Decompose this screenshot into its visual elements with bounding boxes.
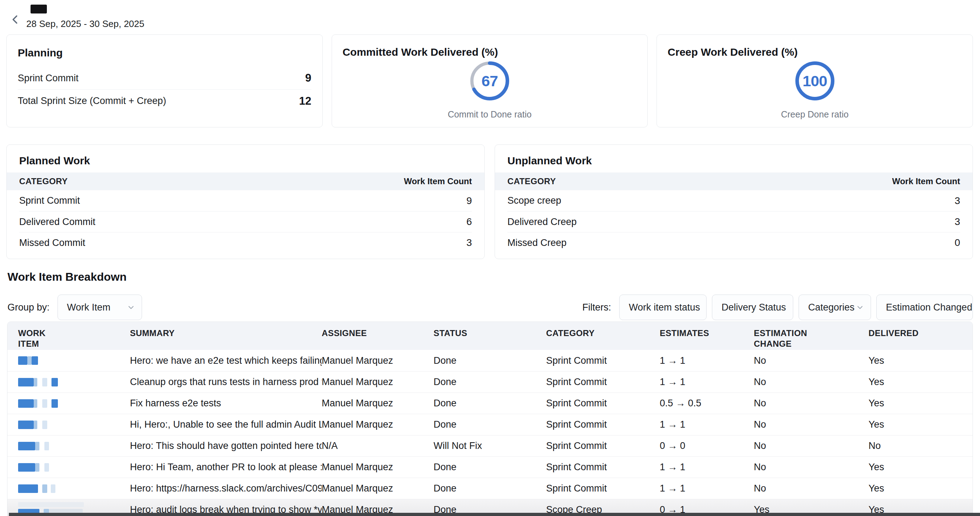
filter-select-value: Categories [808,302,855,313]
planning-row: Total Sprint Size (Commit + Creep)12 [18,89,312,112]
cell-summary: Cleanup orgs that runs tests in harness … [130,376,322,387]
workitem-id-block [18,356,27,365]
list-row-count: 3 [955,195,960,206]
cell-delivered: Yes [869,419,963,430]
filter-select-value: Work item status [629,302,700,313]
list-card-header: CATEGORYWork Item Count [7,173,484,190]
table-row: Hero: This should have gotten pointed he… [8,435,972,456]
workitem-id-redacted [18,378,130,386]
workitem-cell[interactable] [18,399,130,408]
date-range: 28 Sep, 2025 - 30 Sep, 2025 [26,19,145,29]
planning-row-label: Total Sprint Size (Commit + Creep) [18,95,166,106]
workitem-id-block [18,378,34,386]
workitem-id-block [18,463,35,472]
planning-card: Planning Sprint Commit9Total Sprint Size… [6,35,323,127]
cell-category: Sprint Commit [546,440,660,451]
table-row: Cleanup orgs that runs tests in harness … [8,371,972,392]
cell-assignee: Manuel Marquez [322,462,434,473]
cell-summary: Hero: https://harness.slack.com/archives… [130,483,322,494]
gauge-value: 100 [794,60,835,102]
filter-select-estimation-changed[interactable]: Estimation Changed [876,295,973,320]
planning-row: Sprint Commit9 [18,67,312,89]
workitem-cell[interactable] [18,356,130,365]
breakdown-controls: Group by: Work Item Filters: Work item s… [8,295,973,320]
workitem-id-block [18,484,38,493]
cell-category: Sprint Commit [546,483,660,494]
gauge-ring: 100 [794,60,835,102]
gauge-card-title: Creep Work Delivered (%) [668,46,797,58]
workitem-cell[interactable] [18,484,130,493]
workitem-cell[interactable] [18,463,130,472]
cell-estimation_change: No [754,440,869,451]
work-breakdown-cards-row: Planned WorkCATEGORYWork Item CountSprin… [6,144,973,259]
page-header: 28 Sep, 2025 - 30 Sep, 2025 [0,0,980,35]
list-row-category: Missed Creep [508,237,567,248]
workitem-id-block [51,378,58,386]
back-icon[interactable] [9,13,21,25]
cell-summary: Hi, Hero:, Unable to see the full admin … [130,419,322,430]
workitem-id-block [27,356,32,365]
cell-assignee: Manuel Marquez [322,355,434,366]
workitem-cell[interactable] [18,421,130,429]
cell-status: Done [434,355,546,366]
workitem-id-block [47,399,51,408]
list-row-count: 3 [955,216,960,227]
filter-select-value: Delivery Status [722,302,786,313]
filter-select-value: Estimation Changed [886,302,972,313]
cell-estimates: 1 → 1 [660,355,754,366]
cell-estimates: 1 → 1 [660,419,754,430]
cell-category: Sprint Commit [546,376,660,387]
group-by-select[interactable]: Work Item [57,295,142,320]
planning-row-value: 9 [305,72,311,84]
column-count-label: Work Item Count [404,176,472,186]
table-column-header: DELIVERED [869,328,963,338]
workitem-id-block [45,442,49,450]
cell-status: Done [434,376,546,387]
cell-summary: Hero: we have an e2e test which keeps fa… [130,355,322,366]
list-row-count: 3 [466,237,472,248]
cell-estimates: 0 → 0 [660,440,754,451]
cell-estimation_change: No [754,419,869,430]
workitem-id-block [18,421,34,429]
list-row: Sprint Commit9 [19,190,472,211]
table-column-header: WORK ITEM [18,328,130,349]
filter-select-categories[interactable]: Categories [799,295,871,320]
workitem-id-block [18,399,34,408]
work-item-breakdown-title: Work Item Breakdown [8,270,126,284]
workitem-id-block [47,484,51,493]
gauge-card-title: Committed Work Delivered (%) [343,46,498,58]
cell-summary: Hero: This should have gotten pointed he… [130,440,322,451]
cell-status: Done [434,419,546,430]
chevron-down-icon [786,303,786,311]
planning-row-value: 12 [299,95,311,108]
list-row-count: 0 [955,237,960,248]
cell-estimation_change: No [754,462,869,473]
workitem-id-block [35,463,40,472]
cell-estimation_change: No [754,398,869,409]
committed-work-card: Committed Work Delivered (%)67Commit to … [332,35,648,127]
filter-select-work-item-status[interactable]: Work item status [619,295,706,320]
group-by-value: Work Item [67,302,111,313]
workitem-cell[interactable] [18,378,130,386]
table-column-header: CATEGORY [546,328,660,338]
chevron-down-icon [127,303,135,311]
list-row-category: Scope creep [508,195,562,206]
cell-estimation_change: No [754,376,869,387]
filters-group: Filters: Work item statusDelivery Status… [582,295,973,320]
cell-delivered: Yes [869,355,963,366]
workitem-id-block [40,442,45,450]
cell-assignee: Manuel Marquez [322,398,434,409]
list-card-header: CATEGORYWork Item Count [495,173,972,190]
cell-status: Done [434,462,546,473]
filter-select-delivery-status[interactable]: Delivery Status [712,295,793,320]
workitem-redaction-bar [18,502,84,507]
table-row: Hi, Hero:, Unable to see the full admin … [8,414,972,435]
workitem-id-redacted [18,421,130,429]
workitem-id-block [45,463,49,472]
workitem-id-block [51,399,58,408]
gauge-caption: Creep Done ratio [657,109,972,120]
table-column-header: ASSIGNEE [322,328,434,338]
table-column-header: SUMMARY [130,328,322,338]
workitem-cell[interactable] [18,442,130,450]
list-row: Missed Commit3 [19,232,472,253]
